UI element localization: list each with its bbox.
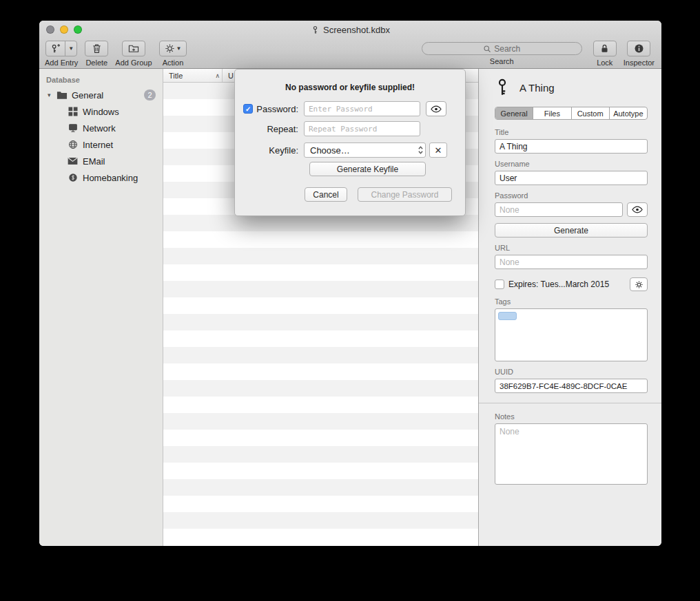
stepper-icon (418, 145, 424, 155)
notes-field[interactable]: None (495, 423, 648, 485)
table-row[interactable] (163, 264, 478, 281)
column-header-title[interactable]: Title ∧ (163, 72, 222, 80)
sidebar-item-general[interactable]: ▾ General 2 (39, 87, 163, 103)
table-row[interactable] (163, 529, 478, 545)
table-row[interactable] (163, 479, 478, 496)
cancel-button[interactable]: Cancel (305, 187, 347, 202)
entry-title: A Thing (519, 82, 555, 94)
username-field[interactable] (495, 171, 648, 185)
uuid-field[interactable] (495, 379, 648, 393)
dialog-message: No password or keyfile supplied! (235, 83, 465, 92)
tab-files[interactable]: Files (533, 107, 571, 119)
username-label: Username (495, 160, 648, 168)
table-row[interactable] (163, 330, 478, 347)
tab-custom[interactable]: Custom (572, 107, 610, 119)
chevron-down-icon[interactable]: ▼ (65, 41, 76, 56)
table-row[interactable] (163, 397, 478, 413)
sidebar-item-email[interactable]: EMail (39, 153, 163, 169)
globe-icon (67, 139, 79, 150)
monitor-icon (67, 123, 79, 134)
tab-autotype[interactable]: Autotype (610, 107, 647, 119)
dialog-password-label: Password: (256, 104, 298, 114)
tags-label: Tags (495, 297, 648, 306)
table-row[interactable] (163, 347, 478, 363)
clear-keyfile-button[interactable]: ✕ (429, 143, 447, 158)
expires-checkbox[interactable] (495, 280, 504, 289)
dialog-keyfile-label: Keyfile: (235, 145, 304, 156)
inspector-tabs: General Files Custom Autotype (495, 107, 648, 120)
delete-button[interactable]: Delete (85, 41, 108, 67)
column-header-username[interactable]: U (223, 72, 234, 80)
table-row[interactable] (163, 430, 478, 446)
sidebar-section-header: Database (39, 74, 163, 87)
gear-icon (635, 280, 644, 289)
search-input[interactable]: Search (422, 42, 582, 55)
lock-icon (599, 43, 610, 54)
lock-button[interactable]: Lock (593, 41, 617, 67)
expires-label: Expires: Tues...March 2015 (508, 280, 609, 289)
inspector-button[interactable]: Inspector (624, 41, 655, 67)
dialog-repeat-label: Repeat: (235, 124, 304, 134)
add-entry-button[interactable]: ▼ Add Entry (45, 41, 78, 67)
keyfile-dropdown[interactable]: Choose… (304, 143, 426, 158)
table-row[interactable] (163, 496, 478, 512)
table-row[interactable] (163, 281, 478, 297)
password-field[interactable] (495, 202, 623, 217)
url-label: URL (495, 244, 648, 252)
count-badge: 2 (144, 89, 156, 101)
key-plus-icon (46, 43, 65, 54)
table-row[interactable] (163, 248, 478, 264)
password-dialog: No password or keyfile supplied! ✓ Passw… (234, 69, 466, 216)
dialog-password-input[interactable] (304, 101, 420, 116)
trash-icon (92, 43, 102, 54)
window-chrome: Screenshot.kdbx ▼ Add Entry (39, 21, 661, 69)
inspector-divider (479, 403, 661, 403)
table-row[interactable] (163, 297, 478, 314)
uuid-label: UUID (495, 368, 648, 376)
notes-label: Notes (495, 412, 648, 421)
sidebar-item-homebanking[interactable]: Homebanking (39, 169, 163, 186)
sidebar-item-internet[interactable]: Internet (39, 136, 163, 153)
generate-password-button[interactable]: Generate (495, 223, 648, 238)
dialog-reveal-password-button[interactable] (426, 101, 446, 116)
table-row[interactable] (163, 314, 478, 330)
search-area: Search Search (422, 41, 582, 65)
tag-chip[interactable] (498, 312, 517, 320)
table-row[interactable] (163, 413, 478, 430)
sidebar: Database ▾ General 2 Windows Networ (39, 69, 163, 546)
key-icon (495, 78, 510, 96)
password-label: Password (495, 191, 648, 200)
titlebar[interactable]: Screenshot.kdbx (39, 21, 661, 39)
table-row[interactable] (163, 512, 478, 529)
table-row[interactable] (163, 446, 478, 463)
table-row[interactable] (163, 231, 478, 248)
disclosure-triangle-icon[interactable]: ▾ (48, 92, 56, 98)
folder-plus-icon (128, 43, 139, 54)
sidebar-item-network[interactable]: Network (39, 120, 163, 136)
document-icon (311, 25, 320, 34)
app-window: Screenshot.kdbx ▼ Add Entry (39, 21, 661, 546)
sidebar-item-windows[interactable]: Windows (39, 103, 163, 120)
tab-general[interactable]: General (495, 107, 533, 119)
table-row[interactable] (163, 363, 478, 380)
table-row[interactable] (163, 380, 478, 397)
change-password-button[interactable]: Change Password (358, 187, 452, 202)
chevron-down-icon: ▼ (176, 45, 182, 52)
tags-box[interactable] (495, 308, 648, 361)
title-label: Title (495, 128, 648, 136)
window-title: Screenshot.kdbx (39, 21, 661, 39)
add-group-button[interactable]: Add Group (115, 41, 152, 67)
table-row[interactable] (163, 215, 478, 231)
action-button[interactable]: ▼ Action (159, 41, 187, 67)
password-checkbox[interactable]: ✓ (243, 104, 253, 114)
url-field[interactable] (495, 255, 648, 269)
reveal-password-button[interactable] (627, 202, 648, 217)
search-icon (483, 45, 491, 53)
expires-settings-button[interactable] (630, 277, 648, 291)
dialog-repeat-input[interactable] (304, 121, 420, 136)
eye-icon (431, 105, 442, 113)
generate-keyfile-button[interactable]: Generate Keyfile (309, 162, 426, 176)
coin-icon (67, 172, 79, 183)
table-row[interactable] (163, 463, 478, 479)
title-field[interactable] (495, 139, 648, 154)
